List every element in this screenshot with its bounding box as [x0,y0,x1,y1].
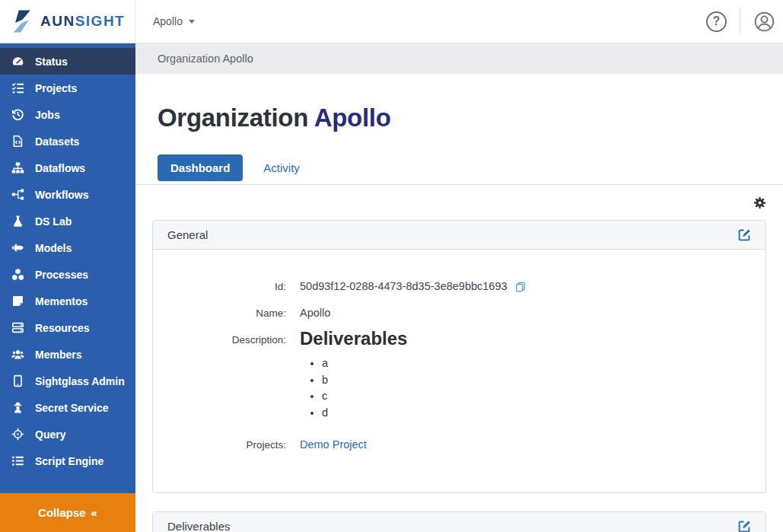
gauge-icon [11,55,24,68]
tab-activity[interactable]: Activity [263,161,300,174]
deliverables-panel: Deliverables [152,511,766,532]
sidebar-item-label: Models [35,242,72,254]
id-label: Id: [168,279,286,295]
edit-icon[interactable] [738,520,751,532]
sidebar-item-label: Datasets [35,135,79,148]
sidebar: Status Projects Jobs [0,43,135,532]
server-icon [11,321,24,334]
page-title: Organization Apollo [158,103,783,133]
sidebar-item-label: DS Lab [35,215,72,228]
sidebar-item-models[interactable]: Models [0,234,135,261]
sidebar-item-secret-service[interactable]: Secret Service [0,394,135,421]
collapse-sidebar-button[interactable]: Collapse « [0,493,135,532]
sidebar-item-label: Secret Service [35,402,109,414]
shuttle-icon [11,241,24,254]
sidebar-item-jobs[interactable]: Jobs [0,101,135,128]
sidebar-item-label: Processes [35,269,88,281]
projects-label: Projects: [168,437,286,453]
sidebar-item-label: Mementos [35,295,88,307]
general-panel-title: General [167,228,208,241]
aunsight-logo-icon [10,9,34,33]
sitemap-icon [11,161,24,174]
sidebar-item-script-engine[interactable]: Script Engine [0,448,135,474]
sidebar-item-members[interactable]: Members [0,341,135,368]
sticky-note-icon [11,295,24,307]
name-label: Name: [168,305,286,321]
org-selector-dropdown[interactable]: Apollo [135,0,195,43]
deliverables-panel-title: Deliverables [167,520,231,532]
tab-bar: Dashboard Activity [158,154,783,182]
sidebar-item-label: Workflows [35,189,89,201]
sidebar-item-processes[interactable]: Processes [0,261,135,288]
org-selector-label: Apollo [153,15,183,27]
breadcrumb-text: Organization Apollo [158,53,253,65]
deliverables-panel-header: Deliverables [153,512,765,532]
page-title-name: Apollo [314,104,391,132]
users-icon [11,348,24,361]
page: Organization Apollo Dashboard Activity [135,74,783,532]
dashboard-settings-row [152,185,766,220]
name-value: Apollo [300,305,750,321]
list-item: b [322,372,750,389]
list-item: a [322,355,750,372]
crosshairs-icon [11,428,24,441]
help-icon[interactable]: ? [706,11,727,32]
edit-icon[interactable] [738,228,751,241]
list-item: c [322,388,750,405]
sidebar-item-label: Script Engine [35,455,103,467]
general-panel-header: General [153,221,765,250]
sidebar-nav: Status Projects Jobs [0,43,135,493]
sidebar-item-label: Sightglass Admin [35,375,125,387]
general-panel: General Id: [152,220,766,493]
top-bar: AUNSIGHT Apollo ? [0,0,783,43]
cubes-icon [11,268,24,281]
history-icon [11,108,24,121]
flask-icon [11,215,24,228]
sidebar-item-label: Dataflows [35,162,85,174]
tasks-icon [11,81,24,94]
sidebar-item-label: Resources [35,322,90,334]
double-chevron-left-icon: « [91,506,97,519]
dashboard-area: General Id: [135,185,783,532]
field-row-projects: Projects: Demo Project [168,437,750,453]
sidebar-item-projects[interactable]: Projects [0,75,135,101]
breadcrumb: Organization Apollo [135,43,783,74]
app-window: AUNSIGHT Apollo ? [0,0,783,532]
page-title-prefix: Organization [158,104,314,132]
sidebar-item-mementos[interactable]: Mementos [0,288,135,314]
description-label: Description: [168,332,286,348]
general-panel-body: Id: 50d93f12-0288-4473-8d35-3e8e9bbc1693 [153,250,765,492]
description-bullet-list: a b c d [300,355,750,421]
account-icon[interactable] [753,11,775,33]
field-row-id: Id: 50d93f12-0288-4473-8d35-3e8e9bbc1693 [168,279,750,295]
copy-icon[interactable] [515,282,526,292]
sidebar-item-label: Members [35,349,81,361]
id-value: 50d93f12-0288-4473-8d35-3e8e9bbc1693 [300,279,508,295]
demo-project-link[interactable]: Demo Project [300,438,367,451]
gear-icon[interactable] [753,196,766,209]
logo-text: AUNSIGHT [40,13,125,30]
sidebar-item-label: Status [35,56,68,68]
top-bar-divider [740,8,740,34]
user-secret-icon [11,401,24,414]
list-icon [11,454,24,467]
caret-down-icon [189,20,195,24]
sidebar-item-dataflows[interactable]: Dataflows [0,155,135,181]
sidebar-item-query[interactable]: Query [0,421,135,448]
sidebar-item-label: Projects [35,82,77,94]
sidebar-item-ds-lab[interactable]: DS Lab [0,208,135,234]
field-row-name: Name: Apollo [168,305,750,321]
collapse-label: Collapse [38,506,86,519]
sidebar-item-datasets[interactable]: Datasets [0,128,135,155]
list-item: d [322,405,750,422]
sidebar-item-status[interactable]: Status [0,48,135,75]
tablet-icon [11,374,24,387]
aunsight-logo[interactable]: AUNSIGHT [0,0,135,43]
tab-dashboard[interactable]: Dashboard [158,155,243,181]
sidebar-item-label: Query [35,428,65,441]
sidebar-item-sightglass-admin[interactable]: Sightglass Admin [0,368,135,394]
sidebar-item-resources[interactable]: Resources [0,314,135,341]
file-code-icon [11,135,24,148]
field-row-description: Description: Deliverables a b c d [168,332,750,424]
sidebar-item-workflows[interactable]: Workflows [0,181,135,208]
